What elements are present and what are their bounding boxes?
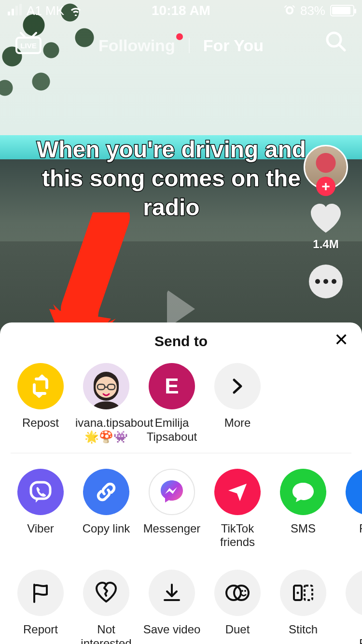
more-actions-button[interactable] (309, 265, 343, 298)
svg-rect-9 (31, 482, 50, 499)
chevron-right-icon (228, 377, 247, 395)
action-stitch[interactable]: Stitch (270, 570, 336, 644)
repost-button[interactable]: Repost (8, 363, 73, 444)
action-duet[interactable]: Duet (205, 570, 270, 644)
svg-rect-15 (305, 586, 312, 600)
live-button[interactable]: LIVE (14, 31, 42, 55)
sheet-title: Send to (0, 333, 362, 350)
svg-point-13 (244, 590, 246, 592)
broken-heart-icon (94, 580, 119, 605)
action-report[interactable]: Report (8, 570, 73, 644)
avatar-icon (83, 363, 129, 409)
svg-point-12 (241, 590, 243, 592)
share-sheet: Send to ✕ Repost ivana.tipsabout 🌟🍄👾 E E… (0, 322, 362, 644)
share-messenger[interactable]: Messenger (139, 469, 205, 550)
messenger-icon (157, 477, 186, 506)
duet-icon (224, 579, 251, 606)
battery-pct-label: 83% (300, 3, 325, 18)
heart-icon (308, 203, 344, 235)
share-facebook[interactable]: Fac (336, 469, 362, 550)
sms-icon (290, 479, 316, 505)
contact-ivana[interactable]: ivana.tipsabout 🌟🍄👾 (73, 363, 139, 444)
notification-dot-icon (176, 33, 183, 40)
action-save-video[interactable]: Save video (139, 570, 205, 644)
viber-icon (28, 479, 53, 504)
tab-for-you[interactable]: For You (203, 36, 264, 55)
avatar-initial-icon: E (149, 363, 195, 409)
tab-separator (189, 38, 190, 53)
repost-icon (28, 373, 54, 399)
flag-icon (28, 581, 53, 605)
wifi-icon (69, 5, 83, 16)
status-bar: A1 MK 10:18 AM 83% (0, 0, 362, 21)
action-favorites[interactable]: A Fav (336, 570, 362, 644)
signal-icon (8, 6, 22, 15)
action-not-interested[interactable]: Not interested (73, 570, 139, 644)
clock-label: 10:18 AM (152, 3, 210, 18)
creator-avatar[interactable]: + (304, 145, 348, 189)
svg-text:LIVE: LIVE (20, 42, 36, 50)
follow-button[interactable]: + (316, 177, 335, 196)
battery-icon (330, 5, 354, 16)
video-caption: When you're driving and this song comes … (19, 135, 323, 222)
send-icon (225, 480, 250, 504)
stitch-icon (290, 580, 316, 606)
share-tiktok-friends[interactable]: TikTok friends (205, 469, 270, 550)
bookmark-icon (358, 581, 362, 604)
share-copy-link[interactable]: Copy link (73, 469, 139, 550)
svg-point-16 (297, 592, 299, 594)
facebook-icon (357, 480, 362, 504)
like-button[interactable]: 1.4M (308, 203, 344, 251)
share-sms[interactable]: SMS (270, 469, 336, 550)
download-icon (160, 581, 184, 605)
search-button[interactable] (324, 30, 348, 53)
alarm-icon (284, 5, 295, 16)
carrier-label: A1 MK (27, 3, 64, 18)
more-contacts-button[interactable]: More (205, 363, 270, 444)
close-button[interactable]: ✕ (334, 331, 348, 349)
link-icon (94, 479, 119, 504)
like-count: 1.4M (313, 238, 338, 251)
tab-following[interactable]: Following (98, 36, 175, 55)
top-bar: LIVE Following For You (0, 26, 362, 65)
contact-emilija[interactable]: E Emilija Tipsabout (139, 363, 205, 444)
share-viber[interactable]: Viber (8, 469, 73, 550)
